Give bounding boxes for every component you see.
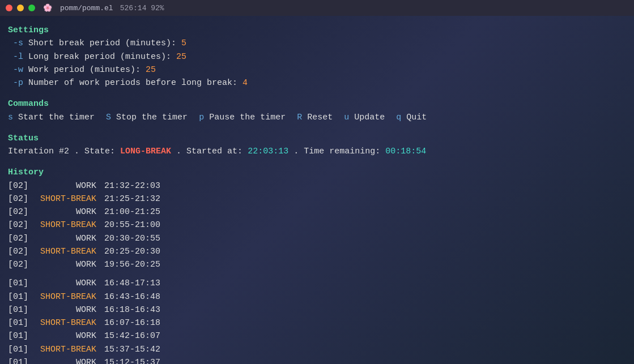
setting-short-break: -s Short break period (minutes): 5	[8, 37, 626, 50]
history-iter: [02]	[8, 192, 34, 205]
history-type: SHORT-BREAK	[34, 290, 96, 303]
setting-work-period: -w Work period (minutes): 25	[8, 63, 626, 76]
started-at-value: 22:03:13	[248, 147, 288, 156]
history-type: WORK	[34, 303, 96, 316]
history-type: WORK	[34, 329, 96, 342]
history-row: [01]SHORT-BREAK15:37-15:42	[8, 343, 626, 356]
history-row: [02]WORK21:32-22:03	[8, 179, 626, 192]
history-time: 20:25-20:30	[104, 245, 160, 258]
cmd-reset: R Reset	[297, 111, 333, 124]
cmd-pause: p Pause the timer	[199, 111, 286, 124]
history-iter: [01]	[8, 303, 34, 316]
flag-w: -w	[8, 65, 23, 75]
history-iter: [02]	[8, 219, 34, 232]
history-iter: [01]	[8, 329, 34, 342]
history-row: [02]SHORT-BREAK21:25-21:32	[8, 192, 626, 205]
history-iter: [02]	[8, 205, 34, 219]
history-time: 21:25-21:32	[104, 192, 160, 205]
history-type: WORK	[34, 232, 96, 245]
history-iter: [02]	[8, 245, 34, 258]
num-periods-value: 4	[242, 78, 248, 88]
window-title: pomm/pomm.el	[60, 4, 113, 12]
setting-num-periods: -p Number of work periods before long br…	[8, 76, 626, 89]
history-time: 15:37-15:42	[104, 343, 160, 356]
history-type: SHORT-BREAK	[34, 219, 96, 232]
history-row: [02]WORK19:56-20:25	[8, 258, 626, 271]
commands-header: Commands	[8, 97, 626, 110]
history-row: [01]WORK16:48-17:13	[8, 277, 626, 290]
history-time: 16:48-17:13	[104, 277, 160, 290]
flag-l: -l	[8, 52, 23, 62]
history-type: WORK	[34, 179, 96, 192]
history-time: 15:42-16:07	[104, 329, 160, 342]
commands-list: s Start the timer S Stop the timer p Pau…	[8, 111, 626, 124]
history-time: 20:55-21:00	[104, 219, 160, 232]
close-button[interactable]	[6, 5, 12, 11]
history-type: SHORT-BREAK	[34, 192, 96, 205]
window-stats: 526:14 92%	[120, 4, 164, 12]
history-time: 16:18-16:43	[104, 303, 160, 316]
flag-s: -s	[8, 38, 23, 48]
history-row: [01]WORK16:18-16:43	[8, 303, 626, 316]
window-icon: 🌸	[43, 3, 52, 12]
long-break-label: Long break period (minutes):	[28, 52, 171, 62]
state-value: LONG-BREAK	[120, 147, 171, 156]
settings-header: Settings	[8, 24, 626, 37]
short-break-label: Short break period (minutes):	[28, 38, 176, 48]
short-break-value: 5	[181, 38, 186, 48]
commands-section: Commands s Start the timer S Stop the ti…	[8, 97, 626, 124]
history-iter: [02]	[8, 258, 34, 271]
history-time: 16:43-16:48	[104, 290, 160, 303]
history-iter: [01]	[8, 277, 34, 290]
history-type: WORK	[34, 205, 96, 219]
iteration-label: Iteration	[8, 147, 59, 156]
history-time: 16:07-16:18	[104, 316, 160, 329]
history-type: SHORT-BREAK	[34, 245, 96, 258]
history-time: 19:56-20:25	[104, 258, 160, 271]
long-break-value: 25	[176, 52, 186, 62]
cmd-start: s Start the timer	[8, 111, 95, 124]
history-row: [02]WORK20:30-20:55	[8, 232, 626, 245]
history-type: WORK	[34, 277, 96, 290]
status-section: Status Iteration #2 . State: LONG-BREAK …	[8, 132, 626, 159]
history-time: 20:30-20:55	[104, 232, 160, 245]
history-iter: [01]	[8, 343, 34, 356]
history-iter: [02]	[8, 232, 34, 245]
cmd-update: u Update	[344, 111, 385, 124]
history-type: WORK	[34, 258, 96, 271]
time-remaining-value: 00:18:54	[385, 147, 426, 156]
history-iter: [01]	[8, 356, 34, 364]
history-header: History	[8, 166, 626, 179]
work-period-label: Work period (minutes):	[28, 65, 141, 75]
history-group-1: [02]WORK21:32-22:03[02]SHORT-BREAK21:25-…	[8, 179, 626, 272]
history-type: WORK	[34, 356, 96, 364]
setting-long-break: -l Long break period (minutes): 25	[8, 50, 626, 63]
history-type: SHORT-BREAK	[34, 343, 96, 356]
status-line: Iteration #2 . State: LONG-BREAK . Start…	[8, 145, 626, 158]
work-period-value: 25	[146, 65, 156, 75]
history-row: [02]SHORT-BREAK20:25-20:30	[8, 245, 626, 258]
history-group-2: [01]WORK16:48-17:13[01]SHORT-BREAK16:43-…	[8, 277, 626, 364]
history-row: [01]SHORT-BREAK16:43-16:48	[8, 290, 626, 303]
history-time: 21:00-21:25	[104, 205, 160, 219]
history-row: [01]WORK15:42-16:07	[8, 329, 626, 342]
history-type: SHORT-BREAK	[34, 316, 96, 329]
minimize-button[interactable]	[17, 5, 24, 11]
history-row: [01]SHORT-BREAK16:07-16:18	[8, 316, 626, 329]
history-iter: [02]	[8, 179, 34, 192]
history-time: 15:12-15:37	[104, 356, 160, 364]
history-section: History [02]WORK21:32-22:03[02]SHORT-BRE…	[8, 166, 626, 364]
history-row: [02]SHORT-BREAK20:55-21:00	[8, 219, 626, 232]
history-iter: [01]	[8, 316, 34, 329]
status-header: Status	[8, 132, 626, 145]
history-row: [02]WORK21:00-21:25	[8, 205, 626, 219]
num-periods-label: Number of work periods before long break…	[28, 78, 237, 88]
iteration-value: #2	[59, 147, 69, 156]
maximize-button[interactable]	[28, 5, 35, 11]
terminal-body: Settings -s Short break period (minutes)…	[0, 16, 634, 364]
cmd-quit: q Quit	[396, 111, 427, 124]
history-iter: [01]	[8, 290, 34, 303]
history-row: [01]WORK15:12-15:37	[8, 356, 626, 364]
history-time: 21:32-22:03	[104, 179, 160, 192]
settings-section: Settings -s Short break period (minutes)…	[8, 24, 626, 89]
